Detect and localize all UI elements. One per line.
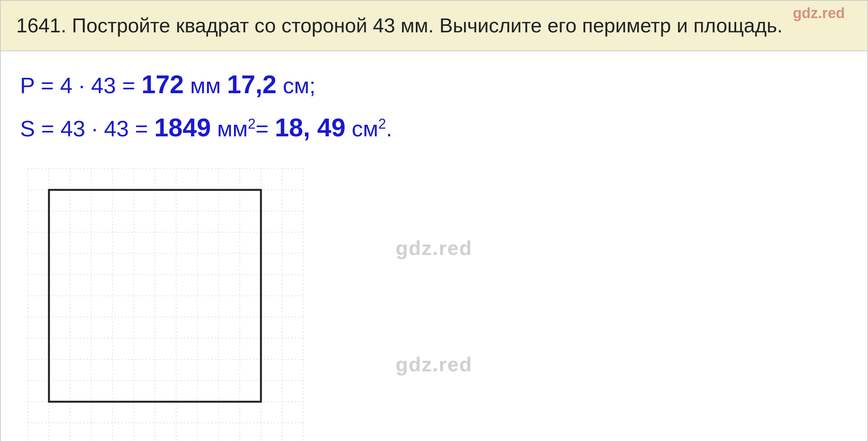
watermark-bottom: gdz.red — [396, 353, 473, 376]
perimeter-formula: P = 4 · 43 = 172 мм 17,2 см; — [20, 67, 848, 102]
perimeter-value2: 17,2 — [227, 70, 276, 99]
perimeter-unit1: мм — [184, 73, 227, 98]
grid-area: gdz.red gdz.red — [20, 161, 848, 441]
area-formula: S = 43 · 43 = 1849 мм2= 18, 49 см2. — [20, 110, 848, 145]
page-container: 1641. Постройте квадрат со стороной 43 м… — [0, 0, 868, 441]
area-value: 1849 — [154, 113, 211, 142]
area-unit1: мм — [211, 116, 248, 141]
area-unit2: см — [346, 116, 378, 141]
problem-number: 1641. — [16, 14, 66, 37]
watermark-top: gdz.red — [793, 3, 845, 23]
area-end: . — [386, 116, 392, 141]
problem-text: Постройте квадрат со стороной 43 мм. Выч… — [72, 14, 783, 37]
perimeter-unit2: см; — [277, 73, 316, 98]
perimeter-label: P = 4 · 43 = — [20, 73, 141, 98]
area-value2: 18, 49 — [275, 113, 346, 142]
watermark-middle: gdz.red — [396, 236, 473, 260]
solution-area: P = 4 · 43 = 172 мм 17,2 см; S = 43 · 43… — [1, 51, 867, 441]
problem-header: 1641. Постройте квадрат со стороной 43 м… — [1, 1, 867, 51]
grid-canvas — [20, 161, 311, 441]
area-exp2: 2 — [378, 116, 386, 132]
area-equals: = — [256, 116, 275, 141]
area-exp1: 2 — [248, 116, 256, 132]
area-label: S = 43 · 43 = — [20, 116, 154, 141]
perimeter-value: 172 — [141, 70, 184, 99]
